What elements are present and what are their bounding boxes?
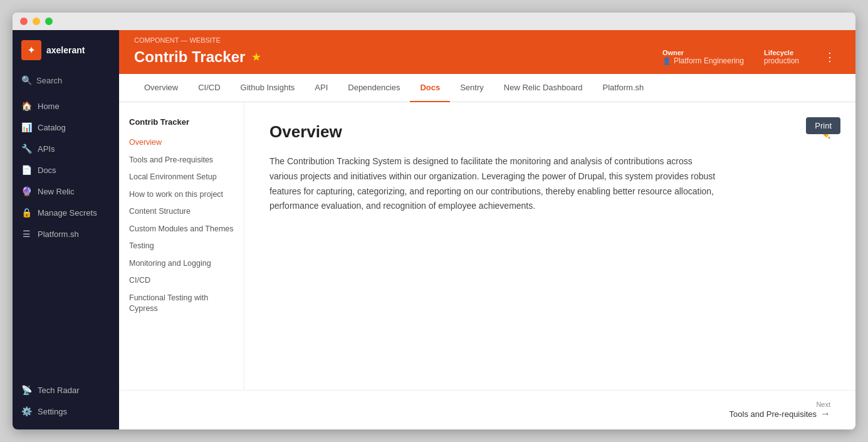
lifecycle-value: production (764, 56, 799, 65)
sidebar-item-manage-secrets-label: Manage Secrets (38, 208, 97, 218)
manage-secrets-icon: 🔒 (21, 208, 31, 218)
header-title-group: Contrib Tracker ★ (134, 48, 261, 66)
owner-meta: Owner 👤 Platform Engineering (662, 49, 744, 65)
tab-platform-sh[interactable]: Platform.sh (593, 74, 654, 102)
sidebar-item-settings[interactable]: ⚙️ Settings (13, 401, 119, 422)
docs-nav-content-structure[interactable]: Content Structure (129, 203, 234, 221)
more-options-icon[interactable]: ⋮ (819, 48, 840, 66)
docs-nav-cicd[interactable]: CI/CD (129, 272, 234, 290)
minimize-dot[interactable] (33, 18, 40, 25)
next-title-text: Tools and Pre-requisites (729, 409, 817, 419)
sidebar-search[interactable]: 🔍 Search (13, 70, 119, 90)
docs-icon: 📄 (21, 165, 31, 175)
settings-icon: ⚙️ (21, 406, 31, 416)
sidebar-item-catalog[interactable]: 📊 Catalog (13, 117, 119, 138)
docs-header-row: Overview ✏️ (269, 122, 830, 142)
sidebar-item-tech-radar-label: Tech Radar (38, 386, 79, 395)
titlebar (13, 13, 855, 30)
main-content: COMPONENT — WEBSITE Contrib Tracker ★ Ow… (119, 30, 855, 429)
catalog-icon: 📊 (21, 122, 31, 132)
tab-github-insights[interactable]: Github Insights (231, 74, 305, 102)
breadcrumb: COMPONENT — WEBSITE (134, 36, 840, 44)
new-relic-icon: 🔮 (21, 186, 31, 196)
favorite-star-icon[interactable]: ★ (251, 50, 261, 64)
tab-dependencies[interactable]: Dependencies (338, 74, 410, 102)
sidebar-logo[interactable]: ✦ axelerant (13, 30, 119, 70)
owner-value: 👤 Platform Engineering (662, 56, 744, 65)
sidebar-item-new-relic[interactable]: 🔮 New Relic (13, 181, 119, 202)
owner-label: Owner (662, 49, 684, 56)
logo-text: axelerant (46, 45, 85, 55)
close-dot[interactable] (20, 18, 28, 25)
logo-icon: ✦ (21, 40, 41, 60)
docs-sidebar-title: Contrib Tracker (129, 117, 234, 127)
sidebar-item-settings-label: Settings (38, 407, 67, 416)
sidebar-item-apis-label: APIs (38, 144, 55, 154)
search-label: Search (36, 76, 62, 85)
sidebar: ✦ axelerant 🔍 Search 🏠 Home 📊 Catalog 🔧 (13, 30, 119, 429)
tab-overview[interactable]: Overview (134, 74, 188, 102)
content-footer: Next Tools and Pre-requisites → (119, 390, 855, 429)
search-icon: 🔍 (21, 75, 31, 85)
docs-nav-overview[interactable]: Overview (129, 134, 234, 152)
sidebar-bottom: 📡 Tech Radar ⚙️ Settings (13, 374, 119, 429)
docs-body-text: The Contribution Tracking System is desi… (269, 154, 721, 214)
maximize-dot[interactable] (45, 18, 53, 25)
content-area: Contrib Tracker Overview Tools and Pre-r… (119, 102, 855, 390)
tab-cicd[interactable]: CI/CD (188, 74, 230, 102)
next-label: Next (816, 401, 830, 408)
print-button[interactable]: Print (806, 117, 840, 134)
app-window: ✦ axelerant 🔍 Search 🏠 Home 📊 Catalog 🔧 (13, 13, 855, 429)
docs-nav-local-env[interactable]: Local Environment Setup (129, 169, 234, 186)
sidebar-item-platform-sh-label: Platform.sh (38, 229, 79, 239)
docs-page-title: Overview (269, 122, 342, 142)
sidebar-item-home-label: Home (38, 102, 60, 111)
sidebar-item-docs[interactable]: 📄 Docs (13, 159, 119, 181)
tech-radar-icon: 📡 (21, 385, 31, 395)
docs-nav-tools[interactable]: Tools and Pre-requisites (129, 152, 234, 169)
sidebar-item-manage-secrets[interactable]: 🔒 Manage Secrets (13, 202, 119, 223)
sidebar-nav: 🏠 Home 📊 Catalog 🔧 APIs 📄 Docs 🔮 (13, 90, 119, 374)
next-arrow-icon: → (820, 408, 830, 419)
page-title: Contrib Tracker (134, 48, 245, 66)
app-body: ✦ axelerant 🔍 Search 🏠 Home 📊 Catalog 🔧 (13, 30, 855, 429)
docs-nav-monitoring[interactable]: Monitoring and Logging (129, 255, 234, 273)
tab-docs[interactable]: Docs (410, 74, 450, 102)
next-title: Tools and Pre-requisites → (729, 408, 830, 419)
docs-nav-functional-testing[interactable]: Functional Testing with Cypress (129, 290, 234, 318)
owner-value-text: Platform Engineering (674, 56, 744, 65)
docs-main: Print Overview ✏️ The Contribution Track… (244, 102, 855, 390)
lifecycle-label: Lifecycle (764, 49, 793, 56)
header-meta: Owner 👤 Platform Engineering Lifecycle p… (662, 48, 840, 66)
tabs-bar: Overview CI/CD Github Insights API Depen… (119, 74, 855, 102)
page-header: COMPONENT — WEBSITE Contrib Tracker ★ Ow… (119, 30, 855, 74)
docs-nav-how-to-work[interactable]: How to work on this project (129, 186, 234, 204)
sidebar-item-tech-radar[interactable]: 📡 Tech Radar (13, 379, 119, 401)
header-row: Contrib Tracker ★ Owner 👤 Platform Engin… (134, 48, 840, 74)
lifecycle-meta: Lifecycle production (764, 49, 799, 65)
sidebar-item-platform-sh[interactable]: ☰ Platform.sh (13, 223, 119, 245)
sidebar-item-catalog-label: Catalog (38, 123, 66, 132)
sidebar-item-apis[interactable]: 🔧 APIs (13, 138, 119, 159)
apis-icon: 🔧 (21, 144, 31, 154)
docs-nav-custom-modules[interactable]: Custom Modules and Themes (129, 221, 234, 238)
sidebar-item-new-relic-label: New Relic (38, 187, 75, 196)
docs-sidebar: Contrib Tracker Overview Tools and Pre-r… (119, 102, 244, 390)
person-icon: 👤 (662, 57, 671, 65)
tab-api[interactable]: API (305, 74, 338, 102)
home-icon: 🏠 (21, 101, 31, 111)
sidebar-item-home[interactable]: 🏠 Home (13, 95, 119, 117)
docs-nav-testing[interactable]: Testing (129, 238, 234, 255)
sidebar-item-docs-label: Docs (38, 166, 56, 175)
tab-new-relic-dashboard[interactable]: New Relic Dashboard (494, 74, 593, 102)
platform-sh-icon: ☰ (21, 229, 31, 239)
next-link[interactable]: Next Tools and Pre-requisites → (729, 401, 830, 419)
tab-sentry[interactable]: Sentry (450, 74, 494, 102)
